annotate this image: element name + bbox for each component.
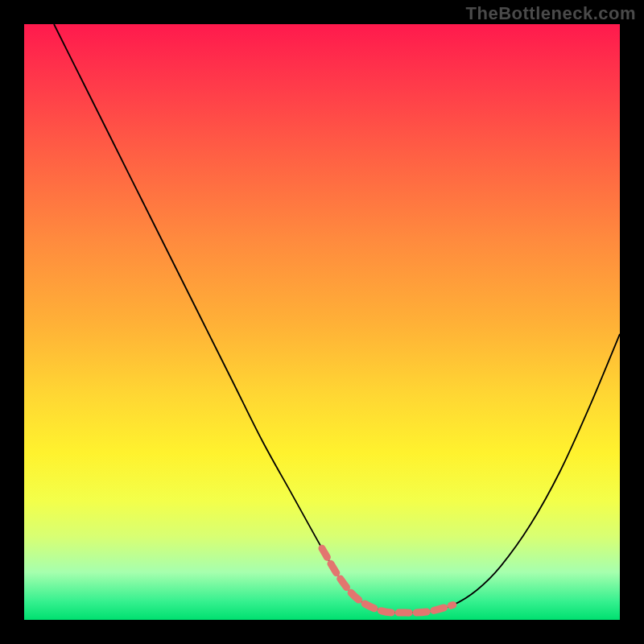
curve-line (54, 24, 620, 613)
chart-frame: TheBottleneck.com (0, 0, 644, 644)
plot-area (24, 24, 620, 620)
highlight-dash (322, 548, 453, 613)
watermark-text: TheBottleneck.com (466, 3, 636, 24)
chart-svg (24, 24, 620, 620)
